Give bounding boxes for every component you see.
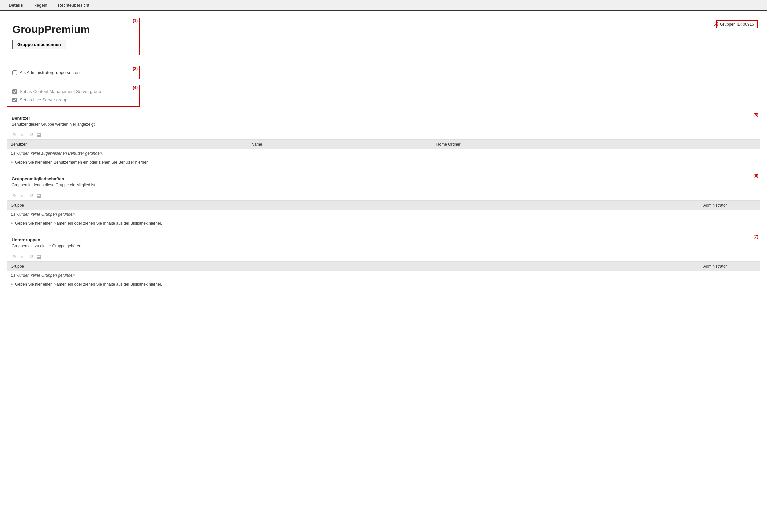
ug-col-gruppe: Gruppe — [7, 262, 700, 271]
benutzer-desc: Benutzer dieser Gruppe werden hier angez… — [12, 122, 755, 127]
tab-regeln[interactable]: Regeln — [28, 0, 53, 11]
copy-icon-ug[interactable]: ⧉ — [29, 253, 34, 260]
ug-add-text: Geben Sie hier einen Namen ein oder zieh… — [15, 282, 162, 287]
gm-add-cell[interactable]: +Geben Sie hier einen Namen ein oder zie… — [7, 219, 760, 228]
gruppenmitgliedschaften-desc: Gruppen in denen diese Gruppe ein Mitgli… — [12, 183, 755, 187]
ug-plus-icon: + — [11, 282, 13, 287]
untergruppen-table: Gruppe Administrator Es wurden keine Gru… — [7, 262, 760, 289]
section-2-number: (2) — [131, 66, 140, 72]
gruppenmitgliedschaften-section: (6) Gruppenmitgliedschaften Gruppen in d… — [7, 173, 760, 228]
benutzer-empty-text: Es wurden keine zugewiesenen Benutzer ge… — [7, 149, 760, 158]
gm-col-administrator: Administrator — [700, 201, 760, 210]
untergruppen-section: (7) Untergruppen Gruppen die zu dieser G… — [7, 234, 760, 289]
copy-icon-gm[interactable]: ⧉ — [29, 192, 34, 199]
toolbar-sep-ug: | — [26, 254, 28, 259]
live-server-label: Set as Live Server group — [20, 97, 67, 102]
benutzer-add-row[interactable]: +Geben Sie hier einen Benutzernamen ein … — [7, 158, 760, 167]
gruppenmitgliedschaften-title: Gruppenmitgliedschaften — [12, 176, 755, 181]
paste-icon-gm[interactable]: ⬓ — [36, 192, 42, 199]
untergruppen-desc: Gruppen die zu dieser Gruppe gehören. — [12, 244, 755, 248]
ug-empty-text: Es wurden keine Gruppen gefunden. — [7, 271, 760, 280]
toolbar-sep-1: | — [26, 132, 28, 137]
benutzer-col-name: Name — [248, 140, 433, 149]
admin-checkbox[interactable] — [12, 70, 17, 75]
paste-icon[interactable]: ⬓ — [36, 132, 42, 138]
benutzer-add-cell[interactable]: +Geben Sie hier einen Benutzernamen ein … — [7, 158, 760, 167]
section-1-number: (1) — [131, 18, 140, 24]
section-7-number: (7) — [751, 234, 760, 240]
edit-icon-gm[interactable]: ✎ — [12, 192, 18, 199]
delete-icon-ug[interactable]: ✕ — [19, 253, 25, 260]
edit-icon-ug[interactable]: ✎ — [12, 253, 18, 260]
section-6-number: (6) — [751, 173, 760, 179]
gruppenmitgliedschaften-table: Gruppe Administrator Es wurden keine Gru… — [7, 201, 760, 228]
top-area: Gruppen ID: 00916 (3) (1) GroupPremium G… — [7, 18, 760, 60]
section-3-number: (3) — [711, 20, 720, 26]
live-server-checkbox[interactable] — [12, 98, 17, 102]
delete-icon[interactable]: ✕ — [19, 132, 25, 138]
untergruppen-header: Untergruppen Gruppen die zu dieser Grupp… — [7, 234, 760, 252]
tab-rechteübersicht[interactable]: Rechteübersicht — [53, 0, 95, 11]
benutzer-col-homeordner: Home Ordner — [433, 140, 760, 149]
main-content: Gruppen ID: 00916 (3) (1) GroupPremium G… — [0, 11, 767, 301]
toolbar-sep-gm: | — [26, 193, 28, 198]
gruppen-id-badge: Gruppen ID: 00916 — [716, 20, 758, 28]
edit-icon[interactable]: ✎ — [12, 132, 18, 138]
page-container: Details Regeln Rechteübersicht Gruppen I… — [0, 0, 767, 532]
cms-server-row: Set as Content Management Server group — [12, 89, 134, 94]
group-name-section: (1) GroupPremium Gruppe umbenennen — [7, 18, 140, 55]
cms-server-checkbox[interactable] — [12, 89, 17, 94]
gm-empty-text: Es wurden keine Gruppen gefunden. — [7, 210, 760, 219]
gruppenmitgliedschaften-toolbar: ✎ ✕ | ⧉ ⬓ — [7, 191, 760, 201]
untergruppen-toolbar: ✎ ✕ | ⧉ ⬓ — [7, 252, 760, 262]
tab-bar: Details Regeln Rechteübersicht — [0, 0, 767, 11]
benutzer-add-text: Geben Sie hier einen Benutzernamen ein o… — [15, 160, 149, 165]
gm-col-gruppe: Gruppe — [7, 201, 700, 210]
copy-icon[interactable]: ⧉ — [29, 131, 34, 138]
admin-checkbox-row: Als Administratorgruppe setzen — [12, 70, 134, 75]
delete-icon-gm[interactable]: ✕ — [19, 192, 25, 199]
benutzer-toolbar: ✎ ✕ | ⧉ ⬓ — [7, 130, 760, 140]
ug-add-row[interactable]: +Geben Sie hier einen Namen ein oder zie… — [7, 280, 760, 289]
benutzer-col-benutzer: Benutzer — [7, 140, 248, 149]
admin-section: (2) Als Administratorgruppe setzen — [7, 66, 140, 79]
section-5-number: (5) — [751, 112, 760, 118]
ug-add-cell[interactable]: +Geben Sie hier einen Namen ein oder zie… — [7, 280, 760, 289]
gruppenmitgliedschaften-header: Gruppenmitgliedschaften Gruppen in denen… — [7, 173, 760, 191]
benutzer-plus-icon: + — [11, 160, 13, 165]
rename-button[interactable]: Gruppe umbenennen — [12, 40, 66, 49]
ug-col-administrator: Administrator — [700, 262, 760, 271]
ug-empty-row: Es wurden keine Gruppen gefunden. — [7, 271, 760, 280]
tab-details[interactable]: Details — [3, 0, 28, 11]
paste-icon-ug[interactable]: ⬓ — [36, 253, 42, 260]
group-name-title: GroupPremium — [12, 23, 134, 36]
benutzer-section: (5) Benutzer Benutzer dieser Gruppe werd… — [7, 112, 760, 167]
cms-server-label: Set as Content Management Server group — [20, 89, 101, 94]
section-4-number: (4) — [131, 85, 140, 91]
admin-checkbox-label: Als Administratorgruppe setzen — [20, 70, 80, 75]
benutzer-header: Benutzer Benutzer dieser Gruppe werden h… — [7, 112, 760, 130]
gm-add-text: Geben Sie hier einen Namen ein oder zieh… — [15, 221, 162, 226]
gm-add-row[interactable]: +Geben Sie hier einen Namen ein oder zie… — [7, 219, 760, 228]
untergruppen-title: Untergruppen — [12, 237, 755, 242]
benutzer-table: Benutzer Name Home Ordner Es wurden kein… — [7, 140, 760, 167]
benutzer-empty-row: Es wurden keine zugewiesenen Benutzer ge… — [7, 149, 760, 158]
gm-plus-icon: + — [11, 221, 13, 226]
live-server-row: Set as Live Server group — [12, 97, 134, 102]
server-section: (4) Set as Content Management Server gro… — [7, 85, 140, 107]
gm-empty-row: Es wurden keine Gruppen gefunden. — [7, 210, 760, 219]
benutzer-title: Benutzer — [12, 116, 755, 121]
